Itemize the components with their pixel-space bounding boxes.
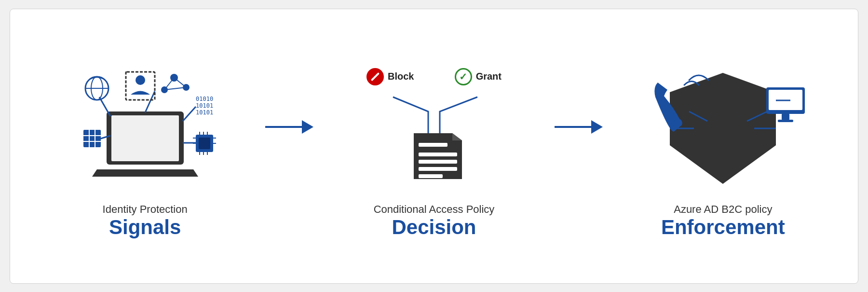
diagram-container: 01010 10101 10101: [10, 9, 858, 284]
arrow-line-2: [555, 126, 591, 128]
signals-illustration: 01010 10101 10101: [73, 58, 217, 194]
arrow-head-2: [591, 120, 603, 134]
svg-rect-44: [419, 174, 443, 178]
signals-icon-area: 01010 10101 10101: [73, 54, 217, 198]
svg-text:01010: 01010: [196, 96, 213, 102]
svg-line-6: [183, 107, 196, 121]
decision-branches-svg: [357, 58, 511, 194]
decision-sub-label: Conditional Access Policy: [374, 203, 495, 216]
enforcement-section: Azure AD B2C policy Enforcement: [608, 54, 839, 239]
svg-rect-50: [782, 114, 789, 120]
svg-point-11: [136, 75, 145, 85]
decision-main-label: Decision: [374, 216, 495, 239]
enforcement-illustration: [631, 58, 814, 194]
enforcement-sub-label: Azure AD B2C policy: [661, 203, 785, 216]
svg-line-16: [174, 78, 186, 87]
arrow-signals-to-decision: [260, 120, 318, 134]
signals-main-label: Signals: [103, 216, 188, 239]
svg-rect-41: [419, 153, 457, 156]
svg-rect-42: [419, 160, 457, 164]
arrow-head: [302, 120, 313, 134]
decision-icon-area: Block ✓ Grant: [357, 54, 511, 198]
arrow-icon: [265, 120, 313, 134]
arrow-icon-2: [555, 120, 603, 134]
svg-rect-34: [83, 130, 101, 147]
svg-rect-43: [419, 167, 457, 171]
enforcement-icon-area: [631, 54, 814, 198]
signals-sub-label: Identity Protection: [103, 203, 188, 216]
svg-rect-23: [199, 138, 210, 149]
svg-marker-2: [92, 169, 198, 177]
svg-line-18: [164, 87, 186, 90]
svg-marker-40: [452, 133, 462, 140]
decision-section: Block ✓ Grant: [318, 54, 549, 239]
arrow-decision-to-enforcement: [550, 120, 608, 134]
svg-rect-45: [419, 143, 448, 147]
signals-label-area: Identity Protection Signals: [103, 203, 188, 239]
enforcement-main-label: Enforcement: [661, 216, 785, 239]
enforcement-label-area: Azure AD B2C policy Enforcement: [661, 203, 785, 239]
svg-text:10101: 10101: [196, 102, 213, 109]
signals-section: 01010 10101 10101: [29, 54, 260, 239]
svg-rect-1: [111, 115, 179, 161]
decision-label-area: Conditional Access Policy Decision: [374, 203, 495, 239]
svg-text:10101: 10101: [196, 109, 213, 116]
arrow-line: [265, 126, 302, 128]
svg-line-17: [164, 78, 174, 90]
svg-rect-51: [778, 120, 793, 122]
